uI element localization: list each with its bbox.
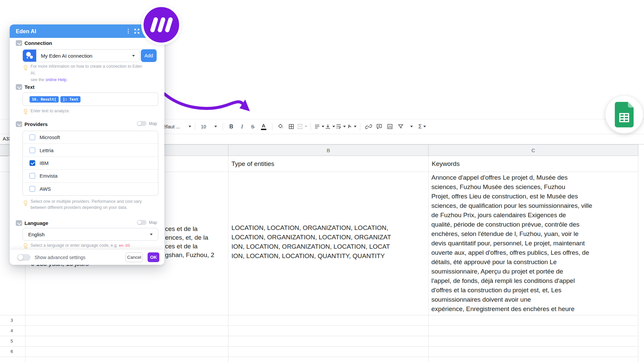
provider-option-microsoft[interactable]: Microsoft (23, 131, 158, 144)
borders-icon (288, 123, 294, 130)
insert-comment-button[interactable] (374, 121, 385, 132)
providers-map-toggle[interactable]: Map (137, 121, 157, 126)
comment-icon (376, 123, 382, 130)
merge-cells-button[interactable] (297, 121, 308, 132)
providers-hint: Select one or multiple providers. Perfor… (31, 198, 142, 210)
bold-button[interactable]: B (226, 121, 237, 132)
advanced-settings-toggle[interactable] (17, 254, 31, 261)
chevron-down-icon (305, 126, 307, 127)
language-code-example: en-US (119, 243, 130, 248)
checkbox[interactable] (30, 173, 35, 179)
insert-link-button[interactable] (363, 121, 374, 132)
lightbulb-icon (24, 243, 27, 247)
eden-ai-dialog: Eden AI Connection My Eden AI connection… (10, 24, 164, 265)
language-select[interactable]: English (22, 228, 158, 241)
lightbulb-icon (24, 65, 27, 68)
expand-icon[interactable] (134, 28, 140, 36)
language-hint: Select a language or enter language code… (31, 242, 130, 249)
vertical-align-button[interactable] (325, 121, 335, 132)
cell-a2-fragment[interactable]: ces et de la (165, 243, 198, 250)
font-family-value: éfaut ... (163, 124, 184, 129)
gridline (0, 357, 638, 357)
checkbox-checked[interactable] (30, 160, 35, 166)
text-rotation-icon (346, 123, 353, 130)
connection-select[interactable]: My Eden AI connection (22, 49, 140, 62)
make-logo (141, 5, 181, 45)
mapped-token[interactable]: ]: Text (60, 96, 80, 103)
collapse-text-icon[interactable] (16, 84, 22, 90)
checkbox[interactable] (30, 186, 35, 192)
font-family-selector[interactable]: éfaut ... (163, 124, 191, 129)
row-header-4[interactable]: 4 (0, 326, 23, 335)
functions-button[interactable]: Σ (417, 121, 428, 132)
providers-list: Microsoft Lettria IBM Emvista AWS (22, 131, 158, 196)
checkbox[interactable] (30, 147, 35, 153)
collapse-connection-icon[interactable] (16, 40, 22, 46)
strikethrough-button[interactable]: S (248, 121, 258, 132)
online-help-link[interactable]: online Help. (45, 77, 67, 82)
make-logo-bar (157, 17, 166, 33)
text-input[interactable]: 16. Result[ ]: Text (22, 93, 158, 106)
language-map-toggle[interactable]: Map (137, 220, 157, 225)
dialog-footer: Show advanced settings Cancel OK (10, 249, 164, 265)
text-wrap-icon (335, 123, 342, 130)
gridline (428, 156, 429, 362)
horizontal-align-button[interactable] (314, 121, 325, 132)
filter-views-caret[interactable] (406, 121, 417, 132)
cell-b2[interactable]: LOCATION, LOCATION, ORGANIZATION, LOCATI… (231, 223, 428, 261)
collapse-providers-icon[interactable] (16, 121, 22, 127)
font-size-selector[interactable]: 10 (201, 124, 217, 129)
column-header-c[interactable]: C (428, 145, 638, 156)
cell-a2-fragment[interactable]: gshan, Fuzhou, 2 (165, 251, 214, 259)
column-header-b[interactable]: B (228, 145, 428, 156)
gridline (0, 325, 638, 326)
cancel-button[interactable]: Cancel (125, 252, 143, 262)
fill-color-button[interactable] (275, 121, 286, 132)
provider-option-ibm[interactable]: IBM (23, 157, 158, 170)
font-size-value: 10 (201, 124, 206, 129)
cell-c1[interactable]: Keywords (432, 160, 460, 168)
connection-hint: For more information on how to create a … (31, 63, 145, 83)
cell-b1[interactable]: Type of entities (231, 160, 274, 168)
cell-a2-fragment[interactable]: ences, et, de la (165, 234, 208, 241)
filter-button[interactable] (395, 121, 406, 132)
checkbox[interactable] (30, 134, 35, 140)
provider-option-emvista[interactable]: Emvista (23, 170, 158, 182)
chevron-down-icon (214, 126, 217, 127)
text-wrap-button[interactable] (335, 121, 346, 132)
text-color-button[interactable]: A (258, 121, 269, 132)
chevron-down-icon (132, 55, 135, 57)
toggle-off-icon (137, 220, 147, 225)
gridline (638, 156, 638, 362)
cell-c2[interactable]: Annonce d'appel d'offres Le projet d, Mu… (431, 172, 637, 315)
make-logo-bar (164, 17, 173, 33)
toolbar-divider (272, 123, 272, 130)
row-header-3[interactable]: 3 (0, 316, 23, 324)
provider-option-lettria[interactable]: Lettria (23, 144, 158, 157)
advanced-settings-label: Show advanced settings (35, 255, 86, 260)
sigma-icon: Σ (418, 123, 422, 130)
text-rotation-button[interactable] (346, 121, 357, 132)
link-icon (365, 123, 372, 130)
cell-a2-fragment[interactable]: ces et de la (165, 225, 198, 233)
chevron-down-icon (343, 126, 346, 127)
google-sheets-badge (605, 96, 643, 133)
toolbar-divider (223, 123, 223, 130)
collapse-language-icon[interactable] (16, 220, 22, 226)
borders-button[interactable] (286, 121, 297, 132)
row-header-6[interactable]: 6 (0, 347, 23, 356)
lightbulb-icon (24, 109, 27, 112)
italic-button[interactable]: I (237, 121, 248, 132)
provider-option-aws[interactable]: AWS (23, 183, 158, 195)
add-connection-button[interactable]: Add (141, 49, 157, 62)
toolbar-divider (360, 123, 360, 130)
kebab-menu-icon[interactable] (125, 28, 131, 34)
ok-button[interactable]: OK (148, 252, 159, 262)
row-header-5[interactable]: 5 (0, 337, 23, 345)
mapped-token[interactable]: 16. Result[ (30, 96, 59, 103)
filter-icon (397, 123, 404, 130)
chevron-down-icon (354, 126, 357, 127)
chevron-down-icon (322, 126, 324, 127)
chart-icon (387, 123, 393, 130)
insert-chart-button[interactable] (385, 121, 395, 132)
